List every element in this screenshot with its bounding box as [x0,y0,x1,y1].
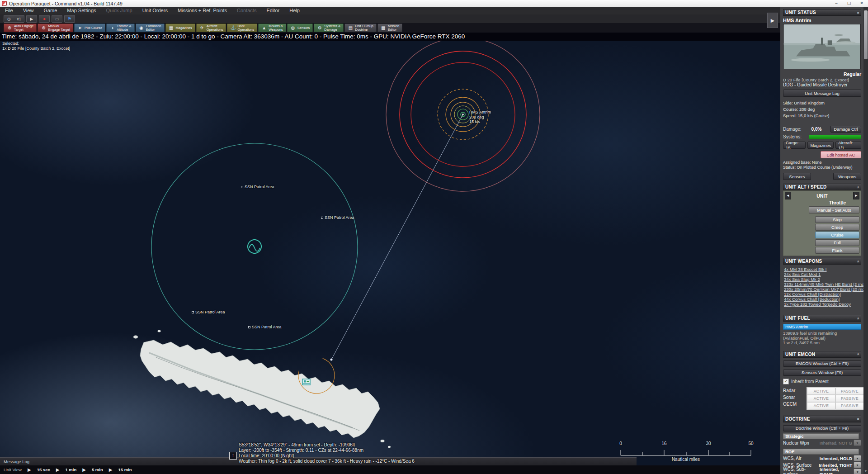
sonar-active-button[interactable]: ACTIVE [807,395,835,402]
menu-game[interactable]: Game [38,7,62,14]
sensors-panel-button[interactable]: Sensors [783,173,811,180]
minimize-button[interactable]: – [830,0,843,7]
unit-group-doctrine-button[interactable]: ▤ Unit / Group Doctrine [344,24,376,32]
sonar-passive-button[interactable]: PASSIVE [835,395,863,402]
menu-missions-ref-points[interactable]: Missions + Ref. Points [173,7,232,14]
manual-set-auto-button[interactable]: Manual - Set Auto [809,206,859,213]
unit-symbol-hms-antrim[interactable] [461,112,465,118]
base-symbol[interactable] [302,379,310,385]
clock-icon[interactable]: ◷ [4,15,14,22]
formation-editor-button[interactable]: ◉ Formation Editor [136,24,165,32]
manual-engage-target-button[interactable]: ⊗ Manual Engage Target [38,24,73,32]
pan-tool-button[interactable]: ▭ [52,15,62,23]
weapon-link[interactable]: 323x 114mm/45 Mk6 Twin HE Burst [2 rnds] [784,282,861,287]
ref-point-label[interactable]: SSN Patrol Area [192,310,225,314]
scrollbar-down-arrow[interactable]: ▼ [863,469,868,474]
chevron-right-icon[interactable]: ► [853,192,859,199]
unit-class-link[interactable]: D 20 Fife [County Batch 2, Exocet] [783,77,849,82]
weapon-link[interactable]: 44x Corvus Chaff [Seduction] [784,297,861,302]
unit-alt-speed-header[interactable]: UNIT ALT / SPEED » [783,184,861,190]
doctrine-header[interactable]: DOCTRINE » [783,416,861,422]
menu-map-settings[interactable]: Map Settings [62,7,101,14]
mounts-weapons-button[interactable]: ▲ Mounts & Weapons [258,24,286,32]
ref-point-label[interactable]: SSN Patrol Area [241,185,274,189]
oecm-active-button[interactable]: ACTIVE [807,402,835,409]
menu-editor[interactable]: Editor [261,7,284,14]
throttle-flank-button[interactable]: Flank [815,247,859,254]
sensors-window-button[interactable]: Sensors Window (F9) [783,370,861,376]
aircraft-operations-button[interactable]: ✈ Aircraft Operations [196,24,226,32]
magazines-button[interactable]: Magazines [807,142,834,149]
sensors-button[interactable]: ◍ Sensors [287,24,313,32]
sidebar-scrollbar[interactable]: ▼ [863,7,868,474]
step-1min[interactable]: 1 min [65,467,76,472]
close-button[interactable]: ✕ [855,0,868,7]
boat-operations-button[interactable]: ⚓ Boat Operations [227,24,257,32]
play-icon[interactable]: ▶ [28,467,31,472]
play-icon[interactable]: ▶ [109,467,113,472]
doctrine-window-button[interactable]: Doctrine Window (Ctrl + F9) [783,425,861,431]
play-icon[interactable]: ▶ [56,467,60,472]
ref-point-label[interactable]: SSN Patrol Area [248,325,282,329]
chevron-down-icon[interactable]: ▼ [854,469,861,474]
run-button[interactable]: ▶ [26,15,37,23]
fuel-selected-unit[interactable]: HMS Antrim [783,324,861,330]
weapon-link[interactable]: 1x Type 182 Towed Torpedo Decoy [784,302,861,307]
radar-passive-button[interactable]: PASSIVE [835,388,863,395]
step-15sec[interactable]: 15 sec [37,467,50,472]
cargo-button[interactable]: Cargo: 15 [783,142,806,149]
throttle-stop-button[interactable]: Stop [815,216,859,223]
map-viewport[interactable]: SSN Patrol Area SSN Patrol Area SSN Patr… [0,41,780,474]
weapon-link[interactable]: 12x Corvus Chaff [Distraction] [784,292,861,297]
systems-damage-button[interactable]: ⚙ Systems & Damage [314,24,344,32]
inherit-checkbox[interactable]: ✓ [783,379,789,384]
radar-active-button[interactable]: ACTIVE [807,388,835,395]
mission-editor-button[interactable]: ▩ Mission Editor [377,24,402,32]
step-15min[interactable]: 15 min [118,467,132,472]
chevron-down-icon[interactable]: ▼ [854,462,861,468]
contact-symbol-unknown-sub[interactable] [248,240,261,253]
unit-message-log-button[interactable]: Unit Message Log [783,90,861,97]
surface-expand-icon[interactable]: ↑ [229,452,237,460]
edit-hosted-ac-button[interactable]: Edit hosted AC [821,151,861,158]
view-mode-label[interactable]: Unit View [4,467,22,472]
auto-engage-target-button[interactable]: ⊕ Auto Engage Target [4,24,37,32]
maximize-button[interactable]: ▢ [843,0,855,7]
throttle-cruise-button[interactable]: Cruise [815,232,859,238]
menu-file[interactable]: File [0,7,18,14]
unit-fuel-header[interactable]: UNIT FUEL » [783,315,861,322]
plot-course-button[interactable]: ➤ Plot Course [74,24,105,32]
weapon-link[interactable]: 230x 20mm/70 Oerlikon Mk7 Burst [20 rnds… [784,287,861,292]
weapon-link[interactable]: 24x Sea Cat Mod 1 [784,272,861,277]
step-5min[interactable]: 5 min [92,467,103,472]
damage-ctrl-button[interactable]: Damage Ctrl [830,126,861,133]
time-compression-button[interactable]: x1 [14,15,24,22]
ref-point-label[interactable]: SSN Patrol Area [321,215,354,220]
menu-unit-orders[interactable]: Unit Orders [137,7,173,14]
sidebar-collapse-button[interactable]: ▶ [767,13,778,28]
oecm-passive-button[interactable]: PASSIVE [835,402,863,409]
aircraft-button[interactable]: Aircraft: 1/1 [835,142,861,149]
unit-weapons-header[interactable]: UNIT WEAPONS » [783,258,861,265]
chevron-left-icon[interactable]: ◄ [785,192,791,199]
scrollbar-thumb[interactable] [864,10,868,59]
chevron-down-icon[interactable]: ▼ [854,455,861,461]
throttle-creep-button[interactable]: Creep [815,224,859,231]
throttle-altitude-button[interactable]: ◑ Throttle & Altitude [106,24,135,32]
magazines-button[interactable]: ▦ Magazines [165,24,195,32]
menu-help[interactable]: Help [284,7,305,14]
throttle-full-button[interactable]: Full [815,239,859,246]
emcon-window-button[interactable]: EMCON Window (Ctrl + F9) [783,360,861,367]
play-icon[interactable]: ▶ [82,467,86,472]
unit-emcon-header[interactable]: UNIT EMCON » [783,351,861,358]
weapon-link[interactable]: 4x MM 38 Exocet Blk I [784,267,861,272]
chevron-down-icon[interactable]: ▼ [854,440,861,446]
weapons-panel-button[interactable]: Weapons [833,173,861,180]
unit-status-header[interactable]: UNIT STATUS » [783,9,861,16]
flag-tool-button[interactable]: ⚑ [64,15,75,23]
weapon-link[interactable]: 34x Sea Slug Mk 2 [784,277,861,282]
emcon-radar-label: Radar [783,387,807,394]
record-button[interactable]: ● [39,15,50,23]
menu-view[interactable]: View [18,7,39,14]
unit-map-label[interactable]: HMS Antrim 208 deg 15 kts [469,110,491,124]
